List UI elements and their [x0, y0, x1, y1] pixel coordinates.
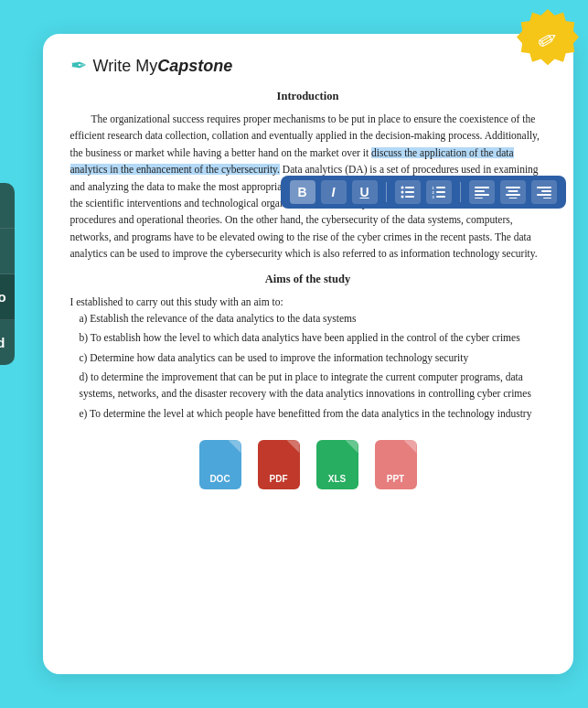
svg-rect-0: [405, 187, 414, 188]
doc-aims-title: Aims of the study: [70, 270, 546, 288]
file-type-icons: DOC PDF XLS PPT: [70, 440, 546, 489]
svg-rect-19: [508, 198, 517, 198]
doc-file-icon[interactable]: DOC: [199, 440, 241, 489]
bold-button[interactable]: B: [290, 180, 315, 204]
main-document-card: ✒ Write MyCapstone B I U: [43, 34, 573, 674]
svg-rect-6: [436, 187, 445, 188]
aim-item-a: a) Establish the relevance of the data a…: [80, 310, 546, 327]
svg-point-5: [401, 196, 403, 198]
ppt-file-icon[interactable]: PPT: [375, 440, 417, 489]
tab-harvard[interactable]: Harvard: [0, 320, 15, 365]
ordered-list-button[interactable]: 1 2 3: [426, 180, 452, 204]
svg-point-4: [401, 191, 403, 194]
italic-button[interactable]: I: [321, 180, 347, 204]
align-left-button[interactable]: [469, 180, 495, 204]
svg-rect-13: [475, 190, 485, 192]
pdf-file-icon-wrap[interactable]: PDF: [258, 440, 300, 489]
svg-rect-17: [508, 190, 518, 192]
tab-apa[interactable]: APA: [0, 229, 15, 274]
svg-text:3: 3: [432, 195, 434, 198]
tab-mla[interactable]: MLA: [0, 183, 15, 229]
xls-file-icon[interactable]: XLS: [316, 440, 358, 489]
pdf-file-icon[interactable]: PDF: [258, 440, 300, 489]
outer-card: ✏ MLA APA Chicago Harvard ✒ Write MyCaps…: [0, 0, 588, 708]
aim-item-c: c) Determine how data analytics can be u…: [80, 349, 546, 366]
svg-rect-16: [506, 187, 520, 188]
svg-rect-20: [537, 187, 551, 188]
formatting-toolbar: B I U 1 2: [281, 176, 566, 209]
svg-rect-1: [405, 191, 414, 193]
aim-item-e: e) To determine the level at which peopl…: [80, 405, 546, 422]
toolbar-divider-1: [386, 182, 387, 202]
ppt-label: PPT: [387, 474, 404, 484]
document-content: Introduction The organizational success …: [70, 87, 546, 422]
svg-rect-8: [436, 196, 445, 198]
svg-rect-14: [475, 194, 489, 196]
doc-label: DOC: [209, 474, 230, 484]
citation-style-sidebar: MLA APA Chicago Harvard: [0, 183, 15, 365]
svg-rect-7: [436, 191, 445, 193]
pdf-label: PDF: [270, 474, 288, 484]
svg-rect-18: [506, 194, 520, 196]
logo: ✒ Write MyCapstone: [70, 54, 546, 78]
svg-rect-2: [405, 196, 414, 198]
xls-file-icon-wrap[interactable]: XLS: [316, 440, 358, 489]
logo-text: Write MyCapstone: [93, 57, 233, 76]
highlighted-text: discuss the application of the data anal…: [70, 147, 514, 175]
doc-file-icon-wrap[interactable]: DOC: [199, 440, 241, 489]
svg-rect-12: [475, 187, 489, 188]
doc-intro-title: Introduction: [70, 87, 546, 105]
pencil-badge-icon: ✏: [532, 23, 564, 58]
underline-button[interactable]: U: [352, 180, 378, 204]
ppt-file-icon-wrap[interactable]: PPT: [375, 440, 417, 489]
aim-item-b: b) To establish how the level to which d…: [80, 329, 546, 346]
svg-rect-23: [543, 198, 551, 198]
xls-label: XLS: [328, 474, 346, 484]
tab-chicago[interactable]: Chicago: [0, 274, 15, 320]
align-right-button[interactable]: [531, 180, 557, 204]
aims-list: a) Establish the relevance of the data a…: [70, 310, 546, 422]
svg-rect-21: [541, 190, 551, 192]
aim-item-d: d) to determine the improvement that can…: [80, 369, 546, 402]
svg-point-3: [401, 187, 403, 189]
svg-rect-15: [475, 198, 483, 198]
logo-icon: ✒: [70, 54, 87, 78]
toolbar-divider-2: [460, 182, 461, 202]
doc-aims-intro: I established to carry out this study wi…: [70, 294, 546, 310]
unordered-list-button[interactable]: [395, 180, 421, 204]
align-center-button[interactable]: [500, 180, 526, 204]
svg-rect-22: [537, 194, 551, 196]
